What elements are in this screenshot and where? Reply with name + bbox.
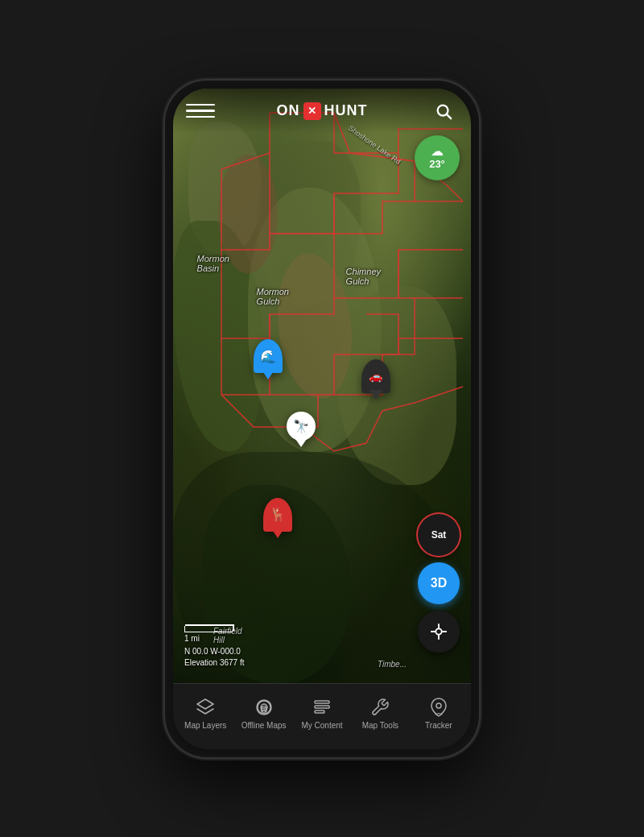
water-waypoint-pin[interactable]: 🌊 <box>254 339 283 373</box>
nav-item-my-content[interactable]: My Content <box>293 690 351 736</box>
app-logo: ON ✕ HUNT <box>277 102 368 120</box>
hamburger-line-3 <box>186 116 215 118</box>
svg-rect-11 <box>315 701 329 703</box>
logo-x-badge: ✕ <box>303 102 321 120</box>
map-controls: Sat 3D <box>418 514 460 653</box>
phone-device: Shoshone Lake Rd MormonBasin MormonGulch… <box>165 81 479 757</box>
vehicle-waypoint-pin[interactable]: 🚗 <box>361 359 390 393</box>
phone-screen: Shoshone Lake Rd MormonBasin MormonGulch… <box>173 89 471 749</box>
weather-badge[interactable]: ☁ 23° <box>415 135 460 180</box>
svg-point-14 <box>436 703 441 708</box>
rocky-terrain <box>218 155 278 274</box>
hamburger-line-2 <box>186 110 215 112</box>
nav-item-tracker[interactable]: Tracker <box>410 690 468 736</box>
coordinates-display: N 00.0 W-000.0 Elevation 3677 ft <box>184 646 245 669</box>
weather-cloud-icon: ☁ <box>431 145 444 158</box>
map-layers-label: Map Layers <box>184 721 226 730</box>
tracker-label: Tracker <box>425 721 452 730</box>
my-content-icon <box>312 697 332 718</box>
nav-item-offline-maps[interactable]: (·) Offline Maps <box>234 690 292 736</box>
scale-distance-label: 1 mi <box>184 634 200 643</box>
three-d-view-button[interactable]: 3D <box>418 562 460 604</box>
hamburger-line-1 <box>186 104 215 106</box>
search-button[interactable] <box>429 97 458 126</box>
deer-waypoint-pin[interactable]: 🦌 <box>263 498 292 532</box>
svg-rect-13 <box>315 711 324 713</box>
binoculars-waypoint-pin[interactable]: 🔭 <box>287 412 316 441</box>
offline-maps-icon: (·) <box>254 697 275 718</box>
water-icon: 🌊 <box>260 349 276 364</box>
deer-icon: 🦌 <box>270 507 286 522</box>
logo-hunt-text: HUNT <box>324 102 368 119</box>
nav-item-map-tools[interactable]: Map Tools <box>351 690 409 736</box>
map-layers-icon <box>195 697 216 718</box>
top-navigation: ON ✕ HUNT <box>173 89 471 134</box>
nav-item-map-layers[interactable]: Map Layers <box>176 690 234 736</box>
logo-on-text: ON <box>277 102 300 119</box>
satellite-view-button[interactable]: Sat <box>418 514 460 556</box>
svg-rect-12 <box>315 706 329 708</box>
svg-line-1 <box>447 114 451 118</box>
weather-temperature: 23° <box>429 158 445 171</box>
map-container[interactable]: Shoshone Lake Rd MormonBasin MormonGulch… <box>173 89 471 749</box>
elevation-text: Elevation 3677 ft <box>184 657 245 669</box>
map-tools-label: Map Tools <box>362 721 398 730</box>
tracker-icon <box>428 697 449 718</box>
hamburger-menu-button[interactable] <box>186 97 215 126</box>
bottom-navigation: Map Layers (·) Offline Maps <box>173 683 471 749</box>
crosshair-button[interactable] <box>418 611 460 653</box>
lat-lon-text: N 00.0 W-000.0 <box>184 646 245 657</box>
svg-point-2 <box>436 628 441 634</box>
my-content-label: My Content <box>301 721 342 730</box>
map-tools-icon <box>369 697 390 718</box>
svg-marker-7 <box>197 699 213 709</box>
vehicle-icon: 🚗 <box>369 370 382 383</box>
map-scale-bar: 1 mi N 00.0 W-000.0 Elevation 3677 ft <box>184 626 245 669</box>
sat-label: Sat <box>431 529 447 541</box>
three-d-label: 3D <box>431 576 447 590</box>
svg-text:(·): (·) <box>261 705 267 712</box>
offline-maps-label: Offline Maps <box>242 721 287 730</box>
logo-x-text: ✕ <box>308 105 316 117</box>
